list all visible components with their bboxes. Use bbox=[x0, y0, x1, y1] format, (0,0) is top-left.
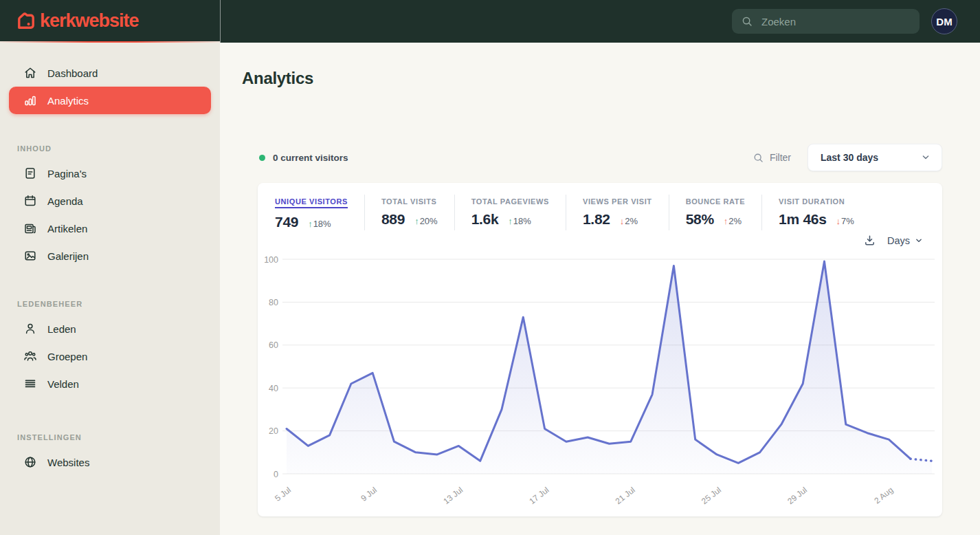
sidebar-main-nav: DashboardAnalytics bbox=[0, 59, 220, 114]
avatar[interactable]: DM bbox=[931, 8, 957, 34]
search-icon bbox=[741, 15, 753, 28]
svg-text:29 Jul: 29 Jul bbox=[786, 485, 809, 506]
sidebar-sections: INHOUDPagina'sAgendaArtikelenGalerijenLE… bbox=[0, 114, 220, 476]
filter-button[interactable]: Filter bbox=[753, 152, 791, 164]
sidebar-item-galerijen[interactable]: Galerijen bbox=[9, 242, 211, 270]
sidebar-item-label: Pagina's bbox=[47, 168, 87, 179]
sidebar-item-leden[interactable]: Leden bbox=[9, 315, 211, 342]
sidebar-item-pagina-s[interactable]: Pagina's bbox=[9, 160, 211, 187]
sidebar-item-websites[interactable]: Websites bbox=[9, 448, 211, 476]
image-icon bbox=[23, 249, 37, 263]
newspaper-icon bbox=[23, 221, 37, 235]
list-lines-icon bbox=[23, 377, 37, 391]
sidebar-item-label: Groepen bbox=[47, 351, 87, 362]
stat-value: 1.82 bbox=[583, 211, 610, 228]
stat-delta: ↓2% bbox=[620, 216, 638, 226]
date-range-value: Last 30 days bbox=[821, 152, 878, 163]
trend-up-icon: ↑ bbox=[308, 219, 313, 229]
svg-text:9 Jul: 9 Jul bbox=[359, 485, 379, 503]
stat-delta: ↑18% bbox=[308, 219, 331, 229]
brand-logo[interactable]: kerkwebsite bbox=[14, 9, 139, 32]
sidebar-section-ledenbeheer: LEDENBEHEERLedenGroepenVelden bbox=[0, 300, 220, 397]
date-range-select[interactable]: Last 30 days bbox=[808, 144, 942, 171]
home-icon bbox=[23, 66, 37, 80]
sidebar: kerkwebsite DashboardAnalytics INHOUDPag… bbox=[0, 0, 220, 535]
house-logo-icon bbox=[14, 9, 38, 32]
stat-delta: ↑20% bbox=[414, 216, 438, 226]
stat-total-visits[interactable]: TOTAL VISITS889↑20% bbox=[364, 195, 454, 230]
app-window: kerkwebsite DashboardAnalytics INHOUDPag… bbox=[0, 0, 980, 535]
download-button[interactable] bbox=[863, 234, 876, 247]
filter-label: Filter bbox=[770, 152, 791, 163]
trend-up-icon: ↑ bbox=[414, 216, 419, 226]
bar-chart-icon bbox=[23, 94, 37, 107]
group-icon bbox=[23, 349, 37, 363]
sidebar-item-label: Galerijen bbox=[47, 250, 89, 262]
stat-delta-value: 18% bbox=[513, 216, 531, 226]
chevron-down-icon bbox=[920, 152, 931, 163]
topbar: DM bbox=[220, 0, 980, 43]
section-title: LEDENBEHEER bbox=[17, 300, 220, 308]
analytics-card: UNIQUE VISITORS749↑18%TOTAL VISITS889↑20… bbox=[258, 183, 942, 516]
svg-text:17 Jul: 17 Jul bbox=[528, 485, 551, 506]
svg-text:21 Jul: 21 Jul bbox=[614, 485, 637, 506]
stat-value: 58% bbox=[686, 211, 714, 228]
sidebar-item-agenda[interactable]: Agenda bbox=[9, 187, 211, 215]
sidebar-item-label: Analytics bbox=[47, 95, 89, 107]
interval-select[interactable]: Days bbox=[887, 235, 924, 246]
stat-views-per-visit[interactable]: VIEWS PER VISIT1.82↓2% bbox=[566, 195, 669, 230]
section-title: INHOUD bbox=[17, 144, 220, 153]
svg-text:5 Jul: 5 Jul bbox=[273, 485, 293, 503]
sidebar-section-inhoud: INHOUDPagina'sAgendaArtikelenGalerijen bbox=[0, 144, 220, 270]
globe-icon bbox=[23, 455, 37, 469]
current-visitors-label: 0 current visitors bbox=[273, 153, 348, 163]
stat-delta-value: 2% bbox=[728, 216, 742, 226]
stat-total-pageviews[interactable]: TOTAL PAGEVIEWS1.6k↑18% bbox=[454, 195, 566, 230]
section-title: INSTELLINGEN bbox=[17, 433, 220, 441]
interval-value: Days bbox=[887, 235, 910, 246]
sidebar-item-analytics[interactable]: Analytics bbox=[9, 87, 211, 114]
sidebar-item-dashboard[interactable]: Dashboard bbox=[9, 59, 211, 87]
sidebar-item-label: Artikelen bbox=[47, 223, 87, 234]
visitors-area-chart: 0204060801005 Jul9 Jul13 Jul17 Jul21 Jul… bbox=[258, 248, 942, 513]
sidebar-item-artikelen[interactable]: Artikelen bbox=[9, 215, 211, 242]
stat-delta: ↑2% bbox=[724, 216, 742, 226]
person-icon bbox=[23, 322, 37, 336]
stat-label: TOTAL VISITS bbox=[381, 197, 437, 206]
chart-header: Days bbox=[863, 234, 924, 247]
svg-text:25 Jul: 25 Jul bbox=[700, 485, 723, 506]
stat-label: BOUNCE RATE bbox=[686, 197, 745, 206]
svg-text:80: 80 bbox=[269, 298, 278, 307]
svg-text:13 Jul: 13 Jul bbox=[441, 485, 465, 506]
sidebar-header: kerkwebsite bbox=[0, 0, 220, 41]
trend-up-icon: ↑ bbox=[724, 216, 728, 226]
trend-down-icon: ↓ bbox=[836, 216, 841, 226]
search-box bbox=[732, 9, 920, 34]
calendar-icon bbox=[23, 194, 37, 208]
controls-right: Filter Last 30 days bbox=[753, 144, 942, 171]
page-title: Analytics bbox=[242, 69, 942, 88]
stat-delta-value: 7% bbox=[841, 216, 854, 226]
svg-text:60: 60 bbox=[269, 340, 278, 350]
sidebar-item-label: Dashboard bbox=[47, 67, 98, 79]
trend-up-icon: ↑ bbox=[508, 216, 513, 226]
svg-text:20: 20 bbox=[269, 426, 278, 436]
stat-bounce-rate[interactable]: BOUNCE RATE58%↑2% bbox=[669, 195, 761, 230]
trend-down-icon: ↓ bbox=[620, 216, 625, 226]
stat-value: 889 bbox=[381, 211, 405, 228]
stat-visit-duration[interactable]: VISIT DURATION1m 46s↓7% bbox=[761, 195, 871, 230]
brand-name: kerkwebsite bbox=[40, 10, 139, 32]
svg-text:40: 40 bbox=[269, 384, 278, 393]
stat-delta-value: 18% bbox=[313, 219, 331, 229]
search-input[interactable] bbox=[760, 15, 911, 28]
stat-label: VIEWS PER VISIT bbox=[583, 197, 652, 206]
sidebar-item-label: Velden bbox=[47, 378, 79, 390]
current-visitors: 0 current visitors bbox=[259, 153, 348, 163]
sidebar-item-velden[interactable]: Velden bbox=[9, 370, 211, 397]
svg-text:100: 100 bbox=[264, 255, 278, 265]
sidebar-item-groepen[interactable]: Groepen bbox=[9, 342, 211, 370]
stat-delta-value: 2% bbox=[625, 216, 638, 226]
page-content: Analytics 0 current visitors Filter Last… bbox=[220, 43, 980, 516]
sidebar-section-instellingen: INSTELLINGENWebsites bbox=[0, 433, 220, 476]
stat-unique-visitors[interactable]: UNIQUE VISITORS749↑18% bbox=[258, 195, 364, 230]
